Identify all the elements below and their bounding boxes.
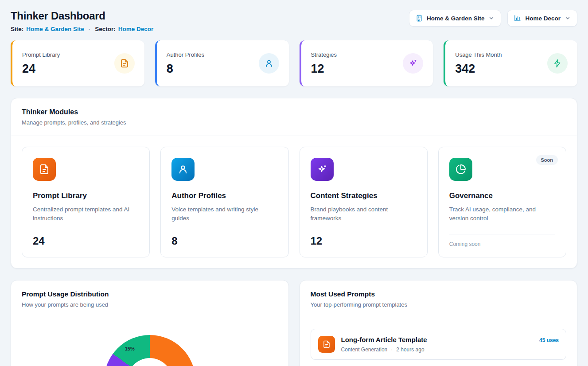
header-left: Thinker Dashboard Site: Home & Garden Si…	[11, 10, 153, 32]
header-actions: Home & Garden Site Home Decor	[409, 10, 577, 27]
usage-panel-header: Prompt Usage Distribution How your promp…	[11, 280, 288, 318]
stat-value: 24	[22, 62, 60, 76]
breadcrumb: Site: Home & Garden Site · Sector: Home …	[11, 26, 153, 32]
module-count: 8	[171, 235, 277, 247]
module-title: Author Profiles	[171, 191, 277, 200]
user-icon	[259, 53, 279, 74]
module-description: Track AI usage, compliance, and version …	[449, 205, 555, 223]
sector-label: Sector:	[95, 26, 116, 32]
stats-row: Prompt Library 24 Author Profiles 8 Stra…	[11, 40, 577, 86]
lightning-icon	[547, 53, 568, 74]
modules-grid: Prompt Library Centralized prompt templa…	[11, 136, 577, 268]
prompt-timestamp: 2 hours ago	[396, 347, 424, 353]
prompt-title: Long-form Article Template	[341, 336, 427, 343]
usage-panel-subtitle: How your prompts are being used	[22, 301, 278, 308]
bottom-row: Prompt Usage Distribution How your promp…	[11, 280, 577, 366]
module-title: Prompt Library	[33, 191, 139, 200]
page-header: Thinker Dashboard Site: Home & Garden Si…	[11, 10, 577, 32]
stat-card-strategies: Strategies 12	[300, 40, 433, 86]
uses-count: 45 uses	[539, 337, 559, 343]
stat-label: Strategies	[311, 51, 337, 58]
prompt-meta: Content Generation · 2 hours ago	[341, 347, 559, 353]
prompt-category: Content Generation	[341, 347, 388, 353]
thinker-modules-section: Thinker Modules Manage prompts, profiles…	[11, 98, 577, 269]
soon-badge: Soon	[536, 155, 558, 165]
site-selector-label: Home & Garden Site	[427, 15, 485, 22]
stat-card-author-profiles: Author Profiles 8	[155, 40, 289, 86]
most-used-title: Most Used Prompts	[311, 290, 567, 298]
dashboard-page: Thinker Dashboard Site: Home & Garden Si…	[0, 0, 588, 366]
module-count: 12	[311, 235, 417, 247]
user-icon	[171, 158, 195, 181]
stat-value: 8	[167, 62, 204, 76]
most-used-subtitle: Your top-performing prompt templates	[311, 301, 567, 308]
list-item-long-form-article[interactable]: Long-form Article Template 45 uses Conte…	[311, 329, 567, 360]
stat-label: Author Profiles	[167, 51, 204, 58]
site-selector-dropdown[interactable]: Home & Garden Site	[409, 10, 502, 27]
module-description: Voice templates and writing style guides	[171, 205, 277, 223]
module-title: Content Strategies	[311, 191, 417, 200]
meta-separator: ·	[391, 347, 393, 353]
sector-selector-dropdown[interactable]: Home Decor	[507, 10, 577, 27]
usage-panel-title: Prompt Usage Distribution	[22, 290, 278, 298]
prompt-list: Long-form Article Template 45 uses Conte…	[300, 318, 577, 366]
modules-title: Thinker Modules	[22, 108, 566, 116]
pie-chart-icon	[449, 158, 472, 181]
page-title: Thinker Dashboard	[11, 10, 153, 22]
module-card-content-strategies[interactable]: Content Strategies Brand playbooks and c…	[300, 147, 428, 257]
chevron-down-icon	[488, 15, 495, 21]
sparkle-star-icon	[403, 53, 423, 74]
donut-slice-label: 15%	[125, 346, 135, 351]
sector-selector-label: Home Decor	[525, 15, 561, 22]
module-description: Brand playbooks and content frameworks	[311, 205, 417, 223]
document-icon	[114, 53, 135, 74]
modules-header: Thinker Modules Manage prompts, profiles…	[11, 98, 577, 136]
module-description: Centralized prompt templates and AI inst…	[33, 205, 139, 223]
donut-chart-area: 15%	[11, 318, 288, 366]
module-card-author-profiles[interactable]: Author Profiles Voice templates and writ…	[160, 147, 288, 257]
coming-soon-text: Coming soon	[449, 234, 555, 247]
site-link[interactable]: Home & Garden Site	[26, 26, 84, 32]
most-used-header: Most Used Prompts Your top-performing pr…	[300, 280, 577, 318]
document-icon	[33, 158, 56, 181]
stat-value: 12	[311, 62, 337, 76]
prompt-usage-panel: Prompt Usage Distribution How your promp…	[11, 280, 289, 366]
sector-link[interactable]: Home Decor	[118, 26, 154, 32]
modules-subtitle: Manage prompts, profiles, and strategies	[22, 119, 566, 126]
module-title: Governance	[449, 191, 555, 200]
module-card-prompt-library[interactable]: Prompt Library Centralized prompt templa…	[22, 147, 150, 257]
module-count: 24	[33, 235, 139, 247]
sparkle-star-icon	[311, 158, 334, 181]
stat-value: 342	[455, 62, 502, 76]
building-icon	[416, 15, 423, 22]
stat-card-prompt-library: Prompt Library 24	[11, 40, 144, 86]
most-used-panel: Most Used Prompts Your top-performing pr…	[300, 280, 578, 366]
stat-label: Prompt Library	[22, 51, 60, 58]
chevron-down-icon	[565, 15, 571, 21]
module-card-governance: Soon Governance Track AI usage, complian…	[438, 147, 566, 257]
document-icon	[318, 336, 335, 353]
site-label: Site:	[11, 26, 23, 32]
stat-label: Usage This Month	[455, 51, 502, 58]
bar-chart-icon	[514, 15, 521, 22]
breadcrumb-separator: ·	[89, 26, 91, 32]
stat-card-usage: Usage This Month 342	[444, 40, 577, 86]
usage-donut: 15%	[104, 335, 195, 366]
